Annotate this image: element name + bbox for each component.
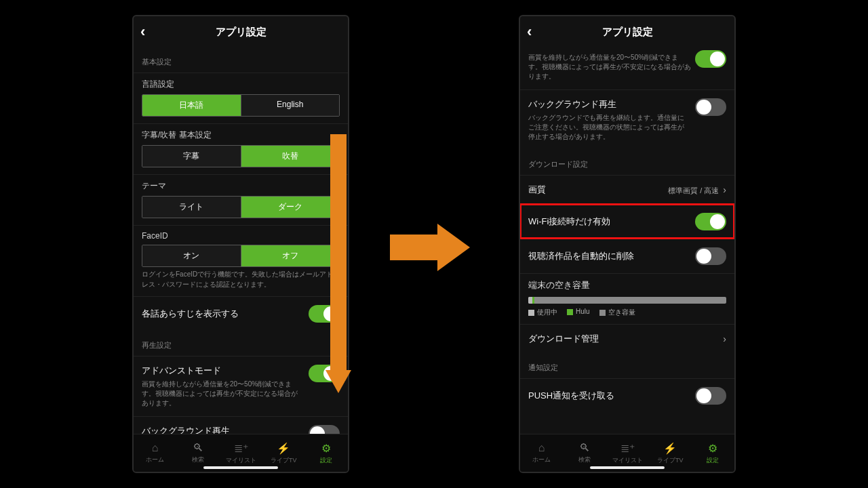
tab-home[interactable]: ⌂ホーム [134,434,176,472]
phone-screen-right: ‹ アプリ設定 画質を維持しながら通信量を20〜50%削減できます。視聴機器によ… [519,15,736,473]
row-download-management[interactable]: ダウンロード管理 › [520,324,734,353]
desc-advanced: 画質を維持しながら通信量を20〜50%削減できます。視聴機器によっては再生が不安… [142,380,298,408]
label-background-r: バックグラウンド再生 [528,98,684,110]
legend-free: 空き容量 [599,308,635,317]
home-icon: ⌂ [152,442,159,454]
storage-legend: 使用中 Hulu 空き容量 [528,308,726,317]
label-subdub: 字幕/吹替 基本設定 [142,129,340,141]
section-basic: 基本設定 [134,47,348,73]
content-right: 画質を維持しながら通信量を20〜50%削減できます。視聴機器によっては再生が不安… [520,47,734,434]
label-language: 言語設定 [142,79,340,90]
section-notify: 通知設定 [520,353,734,378]
page-title: アプリ設定 [602,26,653,39]
row-synopsis: 各話あらすじを表示する [134,296,348,331]
segment-on[interactable]: オン [142,245,241,266]
segment-dark[interactable]: ダーク [241,197,340,218]
value-quality: 標準画質 / 高速 [668,186,719,195]
row-subdub: 字幕/吹替 基本設定 字幕 吹替 [134,123,348,174]
toggle-auto-delete[interactable] [695,247,726,265]
live-icon: ⚡ [663,442,677,455]
label-auto-delete: 視聴済作品を自動的に削除 [528,250,634,262]
search-icon: 🔍︎ [579,442,590,454]
row-wifi-only: Wi-Fi接続時だけ有効 [520,204,734,239]
label-quality: 画質 [528,184,546,196]
mylist-icon: ≣⁺ [620,442,635,455]
toggle-background-r[interactable] [695,98,726,116]
label-push: PUSH通知を受け取る [528,390,614,402]
label-wifi-only: Wi-Fi接続時だけ有効 [528,216,610,228]
label-background: バックグラウンド再生 [142,425,298,434]
label-advanced: アドバンストモード [142,365,298,377]
label-theme: テーマ [142,180,340,192]
page-title: アプリ設定 [216,26,267,39]
row-language: 言語設定 日本語 English [134,73,348,123]
desc-faceid: ログインをFaceIDで行う機能です。失敗した場合はメールアドレス・パスワードに… [142,270,340,289]
row-storage: 端末の空き容量 使用中 Hulu 空き容量 [520,273,734,324]
desc-background-r: バックグラウンドでも再生を継続します。通信量にご注意ください。視聴機器の状態によ… [528,113,684,142]
row-background: バックグラウンド再生 バックグラウンドでも再生を継続します。通信量にご注意くださ… [134,416,348,434]
segment-light[interactable]: ライト [142,197,241,218]
row-quality[interactable]: 画質 標準画質 / 高速› [520,175,734,204]
label-synopsis: 各話あらすじを表示する [142,308,239,320]
toggle-wifi-only[interactable] [695,213,726,230]
segmented-language[interactable]: 日本語 English [142,94,340,117]
segment-sub[interactable]: 字幕 [142,146,241,167]
row-background-r: バックグラウンド再生 バックグラウンドでも再生を継続します。通信量にご注意くださ… [520,89,734,150]
label-download-management: ダウンロード管理 [528,333,599,345]
back-icon[interactable]: ‹ [527,23,532,41]
header: ‹ アプリ設定 [134,16,348,47]
segment-dub[interactable]: 吹替 [241,146,340,167]
section-download: ダウンロード設定 [520,150,734,175]
legend-hulu: Hulu [567,308,590,317]
row-advanced-r: 画質を維持しながら通信量を20〜50%削減できます。視聴機器によっては再生が不安… [520,47,734,89]
phone-screen-left: ‹ アプリ設定 基本設定 言語設定 日本語 English 字幕/吹替 基本設定… [132,15,349,473]
segment-off[interactable]: オフ [241,245,340,266]
storage-bar [528,297,726,304]
segmented-faceid[interactable]: オン オフ [142,245,340,267]
tab-home[interactable]: ⌂ホーム [520,434,563,472]
segmented-theme[interactable]: ライト ダーク [142,196,340,218]
row-faceid: FaceID オン オフ ログインをFaceIDで行う機能です。失敗した場合はメ… [134,225,348,296]
home-indicator [590,466,665,469]
segment-english[interactable]: English [241,95,340,116]
row-theme: テーマ ライト ダーク [134,174,348,225]
toggle-push[interactable] [695,387,726,405]
segment-japanese[interactable]: 日本語 [142,95,241,116]
toggle-advanced-r[interactable] [695,50,726,68]
header: ‹ アプリ設定 [520,16,734,47]
chevron-right-icon: › [723,333,726,344]
row-push: PUSH通知を受け取る [520,378,734,413]
home-indicator [203,466,278,469]
row-auto-delete: 視聴済作品を自動的に削除 [520,239,734,273]
gear-icon: ⚙ [708,442,717,455]
section-playback: 再生設定 [134,331,348,356]
tab-settings[interactable]: ⚙設定 [692,434,734,472]
gear-icon: ⚙ [321,442,331,455]
annotation-arrow-right [390,224,471,271]
label-storage: 端末の空き容量 [528,279,726,291]
legend-used: 使用中 [528,308,557,317]
back-icon[interactable]: ‹ [140,23,145,41]
mylist-icon: ≣⁺ [234,442,248,455]
content-left: 基本設定 言語設定 日本語 English 字幕/吹替 基本設定 字幕 吹替 テ… [134,47,348,434]
label-faceid: FaceID [142,231,340,241]
chevron-right-icon: › [723,184,726,195]
search-icon: 🔍︎ [193,442,203,454]
live-icon: ⚡ [277,442,290,455]
toggle-background[interactable] [309,425,340,434]
desc-advanced-r: 画質を維持しながら通信量を20〜50%削減できます。視聴機器によっては再生が不安… [528,53,691,81]
annotation-arrow-down [326,134,351,393]
home-icon: ⌂ [538,442,545,454]
row-advanced: アドバンストモード 画質を維持しながら通信量を20〜50%削減できます。視聴機器… [134,356,348,416]
tab-settings[interactable]: ⚙設定 [305,434,348,472]
segmented-subdub[interactable]: 字幕 吹替 [142,145,340,167]
